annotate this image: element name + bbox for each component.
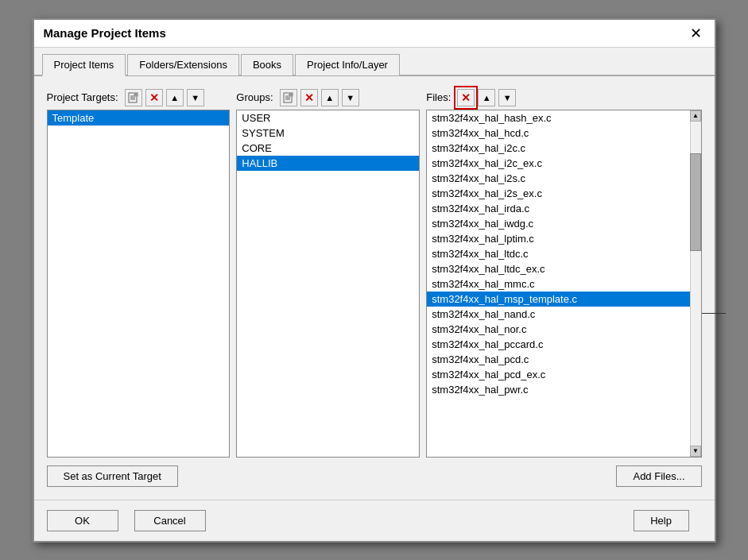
files-delete-button[interactable]: ✕ — [457, 89, 475, 106]
targets-label: Project Targets: — [47, 91, 118, 103]
list-item[interactable]: stm32f4xx_hal_i2s_ex.c — [427, 186, 689, 201]
targets-new-button[interactable] — [125, 89, 142, 106]
groups-listbox[interactable]: USER SYSTEM CORE HALLIB — [236, 110, 420, 458]
up-arrow-icon: ▲ — [170, 93, 179, 102]
targets-down-button[interactable]: ▼ — [187, 89, 204, 106]
groups-delete-button[interactable]: ✕ — [300, 89, 318, 106]
files-listbox[interactable]: stm32f4xx_hal_hash_ex.c stm32f4xx_hal_hc… — [427, 110, 689, 457]
bottom-row: Set as Current Target Add Files... — [47, 465, 702, 487]
content-area: Project Targets: — [34, 76, 715, 500]
files-listbox-container: stm32f4xx_hal_hash_ex.c stm32f4xx_hal_hc… — [426, 110, 701, 458]
groups-down-button[interactable]: ▼ — [342, 89, 359, 106]
files-delete-highlighted: ✕ — [457, 89, 475, 106]
list-item[interactable]: stm32f4xx_hal_msp_template.c — [427, 292, 689, 307]
list-item[interactable]: stm32f4xx_hal_i2c_ex.c — [427, 156, 689, 171]
callout-line — [702, 313, 726, 314]
scroll-thumb[interactable] — [690, 153, 701, 250]
scroll-down[interactable]: ▼ — [690, 446, 701, 457]
new-icon — [283, 92, 294, 103]
groups-header: Groups: ✕ — [236, 89, 420, 106]
list-item[interactable]: stm32f4xx_hal_pccard.c — [427, 337, 689, 352]
list-item[interactable]: Template — [48, 110, 230, 126]
list-item[interactable]: stm32f4xx_hal_pcd_ex.c — [427, 367, 689, 382]
scroll-track — [690, 122, 701, 446]
panels-container: Project Targets: — [47, 89, 702, 458]
help-button[interactable]: Help — [634, 510, 689, 531]
title-bar: Manage Project Items ✕ — [34, 20, 715, 48]
groups-label: Groups: — [236, 91, 273, 103]
list-item[interactable]: stm32f4xx_hal_pwr.c — [427, 382, 689, 397]
groups-panel: Groups: ✕ — [236, 89, 420, 458]
list-item[interactable]: stm32f4xx_hal_ltdc_ex.c — [427, 261, 689, 276]
targets-listbox[interactable]: Template — [47, 110, 231, 458]
files-up-button[interactable]: ▲ — [478, 89, 495, 106]
tab-books[interactable]: Books — [241, 54, 293, 76]
set-current-target-button[interactable]: Set as Current Target — [47, 465, 178, 487]
list-item[interactable]: stm32f4xx_hal_nor.c — [427, 322, 689, 337]
scroll-up[interactable]: ▲ — [690, 110, 701, 122]
down-arrow-icon: ▼ — [503, 93, 512, 102]
targets-header: Project Targets: — [47, 89, 231, 106]
down-arrow-icon: ▼ — [346, 93, 355, 102]
tab-project-items[interactable]: Project Items — [42, 54, 126, 76]
files-panel: Files: ✕ ▲ ▼ — [426, 89, 701, 458]
list-item[interactable]: stm32f4xx_hal_nand.c — [427, 307, 689, 322]
dialog-footer: OK Cancel Help — [34, 500, 715, 541]
add-files-button[interactable]: Add Files... — [616, 465, 701, 487]
list-item[interactable]: stm32f4xx_hal_i2c.c — [427, 141, 689, 156]
list-item[interactable]: stm32f4xx_hal_ltdc.c — [427, 246, 689, 261]
scrollbar[interactable]: ▲ ▼ — [690, 110, 701, 457]
files-down-button[interactable]: ▼ — [498, 89, 516, 106]
delete-x-icon: ✕ — [304, 91, 314, 104]
list-item[interactable]: USER — [237, 110, 419, 126]
new-icon — [128, 92, 139, 103]
delete-x-icon: ✕ — [149, 91, 159, 104]
list-item[interactable]: stm32f4xx_hal_i2s.c — [427, 171, 689, 186]
targets-panel: Project Targets: — [47, 89, 231, 458]
list-item[interactable]: SYSTEM — [237, 126, 419, 141]
ok-button[interactable]: OK — [47, 510, 118, 531]
tabs-container: Project Items Folders/Extensions Books P… — [34, 48, 715, 76]
targets-delete-button[interactable]: ✕ — [145, 89, 163, 106]
cancel-button[interactable]: Cancel — [134, 510, 206, 531]
up-arrow-icon: ▲ — [483, 93, 491, 102]
delete-x-icon: ✕ — [461, 91, 471, 104]
list-item[interactable]: stm32f4xx_hal_pcd.c — [427, 352, 689, 367]
groups-up-button[interactable]: ▲ — [321, 89, 339, 106]
list-item[interactable]: HALLIB — [237, 156, 419, 171]
dialog: Manage Project Items ✕ Project Items Fol… — [33, 18, 716, 543]
files-label: Files: — [426, 91, 451, 103]
targets-up-button[interactable]: ▲ — [166, 89, 184, 106]
dialog-title: Manage Project Items — [44, 26, 166, 40]
list-item[interactable]: stm32f4xx_hal_iwdg.c — [427, 216, 689, 231]
list-item[interactable]: stm32f4xx_hal_hcd.c — [427, 126, 689, 141]
tab-project-info-layer[interactable]: Project Info/Layer — [295, 54, 400, 76]
tab-folders-extensions[interactable]: Folders/Extensions — [127, 54, 239, 76]
list-item[interactable]: stm32f4xx_hal_mmc.c — [427, 276, 689, 292]
groups-new-button[interactable] — [280, 89, 297, 106]
list-item[interactable]: CORE — [237, 141, 419, 156]
close-button[interactable]: ✕ — [687, 26, 705, 41]
list-item[interactable]: stm32f4xx_hal_irda.c — [427, 201, 689, 216]
up-arrow-icon: ▲ — [325, 93, 334, 102]
list-item[interactable]: stm32f4xx_hal_lptim.c — [427, 231, 689, 246]
list-item[interactable]: stm32f4xx_hal_hash_ex.c — [427, 110, 689, 126]
files-header: Files: ✕ ▲ ▼ — [426, 89, 701, 106]
down-arrow-icon: ▼ — [191, 93, 200, 102]
